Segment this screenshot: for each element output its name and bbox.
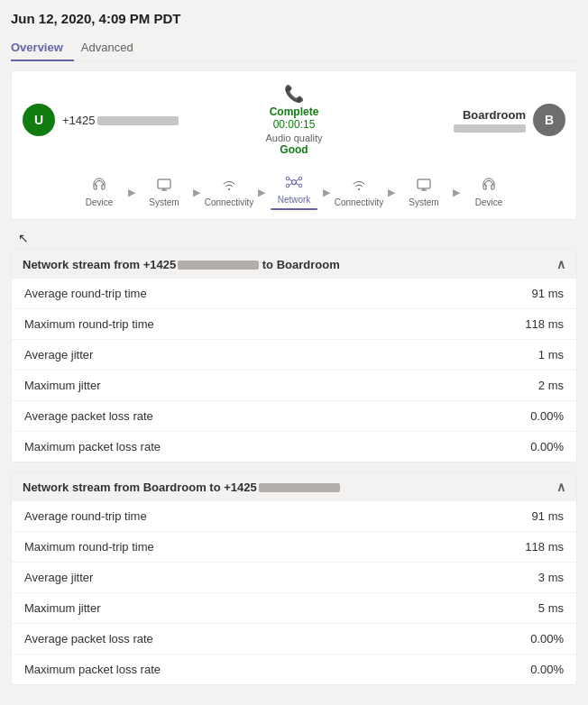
section2-metrics: Average round-trip time91 msMaximum roun… [12, 501, 576, 684]
table-row: Average packet loss rate0.00% [12, 624, 576, 655]
timeline-network[interactable]: Network [271, 174, 317, 210]
metric-label: Average packet loss rate [24, 409, 153, 423]
arrow2: ▶ [193, 187, 200, 198]
headset-left-icon [91, 177, 107, 196]
headset-right-icon [481, 177, 497, 196]
arrow1: ▶ [128, 187, 135, 198]
caller-number: +1425 [62, 114, 179, 127]
metric-value: 91 ms [532, 287, 564, 300]
call-duration: 00:00:15 [266, 118, 323, 131]
cursor-area: ↖ [11, 229, 577, 249]
wifi-left-icon [221, 177, 237, 196]
svg-rect-12 [418, 179, 430, 188]
svg-line-8 [289, 179, 292, 181]
svg-line-9 [296, 179, 299, 181]
avatar-caller: U [23, 104, 55, 136]
tab-advanced[interactable]: Advanced [81, 35, 144, 61]
table-row: Maximum packet loss rate0.00% [12, 655, 576, 684]
metric-value: 5 ms [538, 601, 564, 615]
metric-value: 118 ms [525, 317, 564, 331]
timeline-system-left[interactable]: System [141, 177, 188, 207]
callee-info: Boardroom [454, 108, 526, 133]
participant-left: U +1425 [23, 104, 252, 136]
svg-line-10 [289, 183, 292, 185]
metric-value: 1 ms [538, 348, 564, 362]
metric-value: 0.00% [530, 409, 564, 423]
metric-label: Average packet loss rate [24, 632, 153, 645]
section2-title: Network stream from Boardroom to +1425 [23, 481, 340, 494]
call-center: 📞 Complete 00:00:15 Audio quality Good [252, 84, 337, 156]
timeline-connectivity-right[interactable]: Connectivity [335, 177, 382, 207]
timeline-device-right[interactable]: Device [465, 177, 512, 207]
metric-label: Maximum round-trip time [24, 317, 154, 331]
table-row: Average jitter3 ms [12, 563, 576, 593]
metric-label: Maximum packet loss rate [24, 663, 161, 676]
section1-blurred [178, 261, 259, 270]
call-status: Complete [266, 105, 323, 118]
callee-name: Boardroom [454, 108, 526, 122]
cursor-icon: ↖ [18, 231, 29, 245]
avatar-callee: B [533, 104, 565, 136]
arrow3: ▶ [258, 187, 265, 198]
svg-point-3 [292, 180, 297, 185]
timeline-system-right[interactable]: System [400, 177, 447, 207]
participant-right: Boardroom B [337, 104, 566, 136]
metric-value: 0.00% [530, 663, 564, 676]
metric-label: Maximum jitter [24, 379, 101, 392]
timeline-connectivity-right-label: Connectivity [335, 197, 383, 207]
metric-label: Maximum jitter [24, 601, 101, 615]
section2-blurred [259, 483, 340, 492]
svg-line-11 [296, 183, 299, 185]
svg-point-7 [299, 184, 302, 188]
section1-title: Network stream from +1425 to Boardroom [23, 258, 340, 271]
timeline-network-underline [271, 208, 317, 210]
table-row: Average round-trip time91 ms [12, 279, 576, 309]
table-row: Maximum jitter2 ms [12, 371, 576, 401]
audio-quality-value: Good [266, 143, 323, 156]
section2-table: Network stream from Boardroom to +1425 ∧… [11, 472, 577, 685]
caller-number-blurred [97, 116, 179, 125]
metric-label: Maximum round-trip time [24, 540, 154, 554]
callee-sub-blurred [454, 124, 526, 133]
svg-point-5 [299, 177, 302, 180]
metric-value: 91 ms [532, 509, 564, 523]
network-icon [285, 174, 303, 193]
caller-info: +1425 [62, 114, 179, 127]
call-participants: U +1425 📞 Complete 00:00:15 Audio qualit… [23, 84, 565, 156]
tabs-bar: Overview Advanced [11, 35, 577, 61]
tab-overview[interactable]: Overview [11, 35, 74, 61]
timeline-device-left-label: Device [86, 197, 114, 207]
metric-value: 2 ms [538, 379, 564, 392]
table-row: Maximum round-trip time118 ms [12, 309, 576, 340]
metric-value: 0.00% [530, 440, 564, 453]
section2-collapse-icon: ∧ [556, 480, 565, 494]
audio-quality-label: Audio quality [266, 133, 323, 143]
phone-icon: 📞 [266, 84, 323, 104]
section2-header[interactable]: Network stream from Boardroom to +1425 ∧ [12, 472, 576, 501]
timeline-device-right-label: Device [475, 197, 503, 207]
wifi-right-icon [351, 177, 367, 196]
svg-point-4 [286, 177, 289, 180]
timeline-device-left[interactable]: Device [76, 177, 123, 207]
outer-container: Jun 12, 2020, 4:09 PM PDT Overview Advan… [0, 0, 588, 705]
metric-label: Maximum packet loss rate [24, 440, 161, 453]
table-row: Average packet loss rate0.00% [12, 401, 576, 432]
table-row: Average jitter1 ms [12, 340, 576, 371]
table-row: Maximum packet loss rate0.00% [12, 432, 576, 462]
metric-value: 0.00% [530, 632, 564, 645]
svg-rect-0 [158, 179, 170, 188]
arrow6: ▶ [453, 187, 460, 198]
metric-value: 3 ms [538, 571, 564, 584]
section1-metrics: Average round-trip time91 msMaximum roun… [12, 279, 576, 462]
timeline-connectivity-left-label: Connectivity [205, 197, 253, 207]
timeline-connectivity-left[interactable]: Connectivity [206, 177, 253, 207]
table-row: Maximum jitter5 ms [12, 593, 576, 624]
monitor-right-icon [416, 177, 432, 196]
arrow5: ▶ [388, 187, 395, 198]
section1-header[interactable]: Network stream from +1425 to Boardroom ∧ [12, 250, 576, 279]
metric-value: 118 ms [525, 540, 564, 554]
call-card: U +1425 📞 Complete 00:00:15 Audio qualit… [11, 70, 577, 220]
timeline-network-label: Network [278, 195, 311, 205]
table-row: Maximum round-trip time118 ms [12, 532, 576, 563]
section1-table: Network stream from +1425 to Boardroom ∧… [11, 249, 577, 462]
